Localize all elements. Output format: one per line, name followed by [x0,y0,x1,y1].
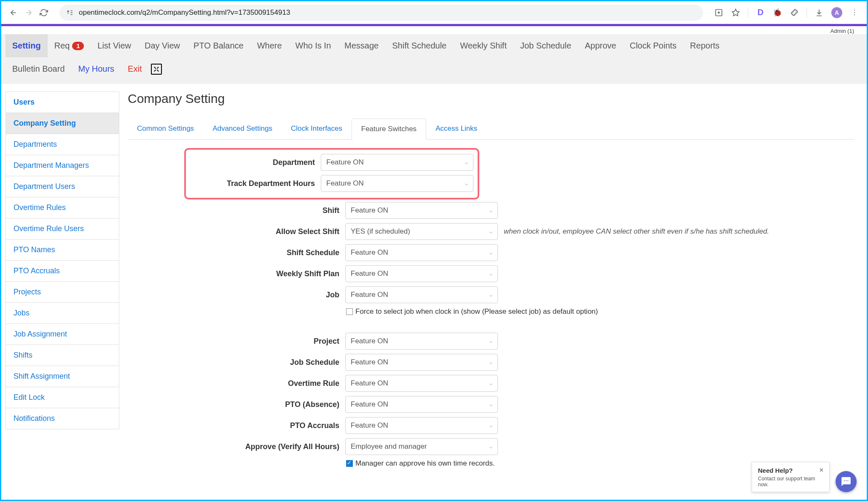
forward-icon[interactable] [24,8,33,17]
nav-shift-schedule[interactable]: Shift Schedule [385,34,453,57]
sidebar-item-pto-names[interactable]: PTO Names [5,239,119,260]
nav-pto-balance[interactable]: PTO Balance [187,34,250,57]
browser-bar: opentimeclock.com/q2/mCompanySetting.htm… [1,1,867,24]
select-pto-accruals[interactable]: Feature ON⌵ [345,417,498,434]
select-track-dept[interactable]: Feature ON⌵ [321,175,473,192]
select-overtime-rule[interactable]: Feature ON⌵ [345,375,498,392]
req-badge: 1 [72,42,84,50]
tab-common-settings[interactable]: Common Settings [128,119,203,139]
nav-message[interactable]: Message [338,34,385,57]
nav-bulletin-board[interactable]: Bulletin Board [5,57,72,81]
sidebar-item-department-managers[interactable]: Department Managers [5,155,119,176]
label-department: Department [188,158,315,167]
chevron-down-icon: ⌵ [489,359,492,365]
row-allow-select-shift: Allow Select Shift YES (if scheduled)⌵ w… [187,223,854,240]
profile-avatar[interactable]: A [831,7,842,18]
menu-icon[interactable]: ⋮ [850,8,859,17]
nav-icons [5,8,52,17]
select-job-schedule[interactable]: Feature ON⌵ [345,354,498,371]
select-weekly-shift-plan[interactable]: Feature ON⌵ [345,265,498,282]
nav-reports[interactable]: Reports [683,34,726,57]
sidebar-item-jobs[interactable]: Jobs [5,302,119,323]
sidebar-item-pto-accruals[interactable]: PTO Accruals [5,260,119,281]
site-settings-icon[interactable] [66,9,74,16]
label-force-select-job: Force to select job when clock in (show … [355,307,598,316]
label-shift-schedule: Shift Schedule [187,248,339,257]
admin-label: Admin (1) [1,26,867,34]
tab-advanced-settings[interactable]: Advanced Settings [203,119,282,139]
nav-req[interactable]: Req1 [48,34,91,57]
chevron-down-icon: ⌵ [489,207,492,213]
tab-access-links[interactable]: Access Links [426,119,486,139]
sidebar-item-shift-assignment[interactable]: Shift Assignment [5,366,119,387]
sidebar-item-job-assignment[interactable]: Job Assignment [5,323,119,345]
select-shift-schedule[interactable]: Feature ON⌵ [345,244,498,261]
select-pto-absence[interactable]: Feature ON⌵ [345,396,498,413]
chevron-down-icon: ⌵ [489,250,492,256]
close-icon[interactable]: × [820,466,823,474]
nav-weekly-shift[interactable]: Weekly Shift [453,34,513,57]
d-extension-icon[interactable]: D [756,8,765,17]
nav-job-schedule[interactable]: Job Schedule [513,34,578,57]
nav-list-view[interactable]: List View [91,34,138,57]
chevron-down-icon: ⌵ [489,271,492,277]
download-icon[interactable] [814,8,824,17]
nav-fullscreen[interactable] [148,59,164,79]
sidebar-item-projects[interactable]: Projects [5,281,119,302]
chat-bubble[interactable] [836,471,857,492]
nav-who-is-in[interactable]: Who Is In [289,34,338,57]
sidebar-item-users[interactable]: Users [5,92,119,113]
sidebar-item-departments[interactable]: Departments [5,134,119,155]
bookmark-icon[interactable] [731,8,740,17]
label-job: Job [187,291,339,299]
extension-icon-2[interactable]: 🐞 [773,8,782,17]
page-title: Company Setting [128,92,854,106]
tab-clock-interfaces[interactable]: Clock Interfaces [282,119,352,139]
nav-setting[interactable]: Setting [5,34,48,57]
row-track-dept: Track Department Hours Feature ON⌵ [188,175,478,192]
nav-clock-points[interactable]: Clock Points [623,34,683,57]
back-icon[interactable] [9,8,18,17]
nav-where[interactable]: Where [250,34,289,57]
row-approve: Approve (Verify All Hours) Employee and … [187,438,854,455]
helper-allow-select-shift: when clock in/out, employee CAN select o… [504,227,769,236]
content-area: Users Company Setting Departments Depart… [1,84,867,472]
tab-feature-switches[interactable]: Feature Switches [352,119,426,140]
select-job[interactable]: Feature ON⌵ [345,286,498,303]
sidebar-item-department-users[interactable]: Department Users [5,176,119,197]
select-approve[interactable]: Employee and manager⌵ [345,438,498,455]
select-department[interactable]: Feature ON⌵ [321,154,473,171]
label-weekly-shift-plan: Weekly Shift Plan [187,269,339,278]
select-project[interactable]: Feature ON⌵ [345,333,498,350]
select-shift[interactable]: Feature ON⌵ [345,202,498,219]
help-widget: Need Help? × Contact our support team no… [752,462,830,492]
main: Company Setting Common Settings Advanced… [128,92,863,472]
sidebar-item-overtime-rule-users[interactable]: Overtime Rule Users [5,218,119,239]
checkbox-force-select-job[interactable] [346,308,353,315]
row-pto-accruals: PTO Accruals Feature ON⌵ [187,417,854,434]
row-overtime-rule: Overtime Rule Feature ON⌵ [187,375,854,392]
nav-approve[interactable]: Approve [578,34,623,57]
sidebar-item-edit-lock[interactable]: Edit Lock [5,387,119,408]
nav-exit[interactable]: Exit [121,57,148,81]
row-job: Job Feature ON⌵ [187,286,854,303]
sidebar-item-shifts[interactable]: Shifts [5,345,119,366]
url-bar[interactable]: opentimeclock.com/q2/mCompanySetting.htm… [59,5,703,21]
fullscreen-icon [151,64,162,75]
extensions-icon[interactable] [790,8,799,17]
reload-icon[interactable] [39,8,48,17]
nav-day-view[interactable]: Day View [138,34,187,57]
label-shift: Shift [187,206,339,215]
install-icon[interactable] [714,8,723,17]
nav-my-hours[interactable]: My Hours [72,57,121,81]
sidebar-item-company-setting[interactable]: Company Setting [5,113,119,134]
help-title: Need Help? [758,467,793,474]
checkbox-manager-approve[interactable] [346,460,353,467]
select-allow-select-shift[interactable]: YES (if scheduled)⌵ [345,223,498,240]
help-title-row: Need Help? × [758,466,823,474]
label-approve: Approve (Verify All Hours) [187,442,339,451]
top-nav: Setting Req1 List View Day View PTO Bala… [1,34,867,57]
sidebar-item-overtime-rules[interactable]: Overtime Rules [5,197,119,218]
sidebar-item-notifications[interactable]: Notifications [5,408,119,429]
row-department: Department Feature ON⌵ [188,154,478,171]
